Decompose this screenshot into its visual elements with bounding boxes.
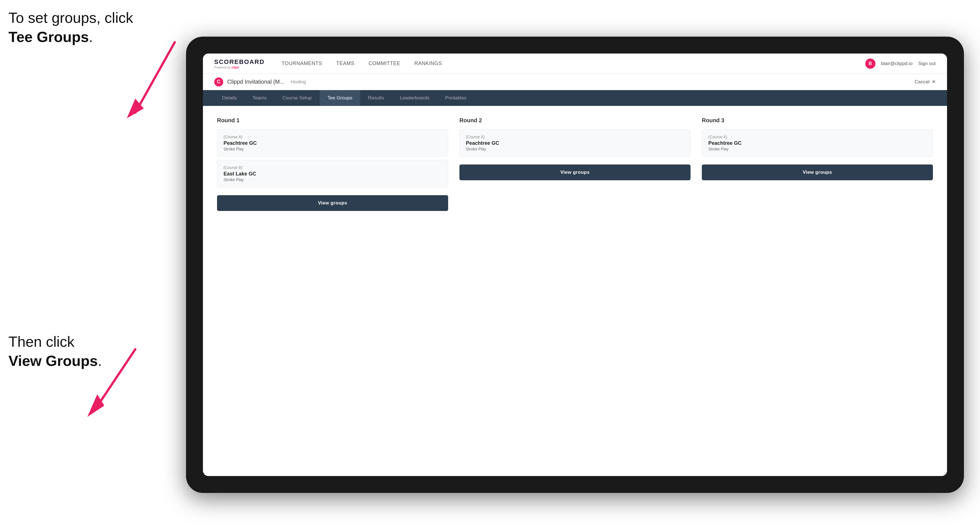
tab-details-label: Details bbox=[222, 95, 237, 101]
round-1-course-b-card: (Course B) East Lake GC Stroke Play bbox=[217, 160, 448, 187]
instruction-top-line1: To set groups, click bbox=[8, 10, 133, 26]
nav-committee[interactable]: COMMITTEE bbox=[369, 60, 401, 67]
round-1-title: Round 1 bbox=[217, 117, 448, 124]
round-3-column: Round 3 (Course A) Peachtree GC Stroke P… bbox=[702, 117, 933, 211]
instruction-top-suffix: . bbox=[89, 29, 93, 45]
tournament-title: C Clippd Invitational (M... Hosting bbox=[214, 78, 915, 86]
tournament-name: Clippd Invitational (M... bbox=[227, 79, 285, 85]
tab-tee-groups[interactable]: Tee Groups bbox=[320, 90, 360, 106]
user-avatar: B bbox=[865, 59, 875, 69]
cancel-button[interactable]: Cancel ✕ bbox=[915, 79, 936, 85]
tournament-icon: C bbox=[214, 78, 223, 86]
logo-text: SCOREBOARD bbox=[214, 58, 265, 66]
tab-course-setup[interactable]: Course Setup bbox=[275, 90, 320, 106]
tab-printables[interactable]: Printables bbox=[438, 90, 475, 106]
round-1-view-groups-button[interactable]: View groups bbox=[217, 195, 448, 211]
tablet-device: SCOREBOARD Powered by clipd TOURNAMENTS … bbox=[186, 37, 964, 493]
tab-leaderboards[interactable]: Leaderboards bbox=[392, 90, 438, 106]
logo-area: SCOREBOARD Powered by clipd bbox=[214, 58, 265, 69]
arrow-bottom bbox=[68, 341, 158, 425]
round-2-title: Round 2 bbox=[460, 117, 690, 124]
tablet-screen: SCOREBOARD Powered by clipd TOURNAMENTS … bbox=[203, 54, 947, 476]
instruction-bottom-line1: Then click bbox=[8, 333, 75, 350]
round-2-column: Round 2 (Course A) Peachtree GC Stroke P… bbox=[460, 117, 690, 211]
round-1-course-a-name: Peachtree GC bbox=[224, 140, 442, 146]
nav-rankings[interactable]: RANKINGS bbox=[414, 60, 442, 67]
round-3-course-a-label: (Course A) bbox=[708, 135, 926, 139]
tab-bar: Details Teams Course Setup Tee Groups Re… bbox=[203, 90, 947, 106]
round-1-course-b-label: (Course B) bbox=[224, 165, 442, 170]
tab-teams-label: Teams bbox=[253, 95, 267, 101]
round-1-course-b-name: East Lake GC bbox=[224, 171, 442, 177]
tab-teams[interactable]: Teams bbox=[245, 90, 275, 106]
tab-results[interactable]: Results bbox=[360, 90, 392, 106]
nav-right: B blair@clippd.io Sign out bbox=[865, 59, 936, 69]
round-3-view-groups-button[interactable]: View groups bbox=[702, 165, 933, 180]
nav-teams[interactable]: TEAMS bbox=[336, 60, 355, 67]
round-1-column: Round 1 (Course A) Peachtree GC Stroke P… bbox=[217, 117, 448, 211]
main-content: Round 1 (Course A) Peachtree GC Stroke P… bbox=[203, 106, 947, 476]
sign-out-link[interactable]: Sign out bbox=[918, 61, 936, 67]
tab-leaderboards-label: Leaderboards bbox=[400, 95, 430, 101]
tab-tee-groups-label: Tee Groups bbox=[328, 95, 352, 101]
tab-printables-label: Printables bbox=[445, 95, 467, 101]
round-3-title: Round 3 bbox=[702, 117, 933, 124]
round-1-course-b-format: Stroke Play bbox=[224, 178, 442, 182]
rounds-container: Round 1 (Course A) Peachtree GC Stroke P… bbox=[217, 117, 933, 211]
arrow-top bbox=[99, 34, 194, 124]
round-3-course-a-format: Stroke Play bbox=[708, 147, 926, 151]
round-2-view-groups-button[interactable]: View groups bbox=[460, 165, 690, 180]
round-2-course-a-label: (Course A) bbox=[466, 135, 684, 139]
logo-powered: Powered by clipd bbox=[214, 66, 265, 69]
logo-name: SCOREBOARD bbox=[214, 58, 265, 65]
nav-tournaments[interactable]: TOURNAMENTS bbox=[282, 60, 322, 67]
svg-line-2 bbox=[96, 349, 135, 408]
cancel-x-icon: ✕ bbox=[932, 79, 936, 85]
tab-course-setup-label: Course Setup bbox=[282, 95, 312, 101]
round-1-course-a-card: (Course A) Peachtree GC Stroke Play bbox=[217, 129, 448, 157]
round-3-course-a-card: (Course A) Peachtree GC Stroke Play bbox=[702, 129, 933, 157]
round-2-course-a-card: (Course A) Peachtree GC Stroke Play bbox=[460, 129, 690, 157]
round-2-course-a-name: Peachtree GC bbox=[466, 140, 684, 146]
round-1-course-a-format: Stroke Play bbox=[224, 147, 442, 151]
hosting-badge: Hosting bbox=[291, 79, 306, 84]
sub-header: C Clippd Invitational (M... Hosting Canc… bbox=[203, 74, 947, 90]
instruction-top-bold: Tee Groups bbox=[8, 29, 89, 45]
user-email: blair@clippd.io bbox=[881, 61, 913, 67]
nav-items: TOURNAMENTS TEAMS COMMITTEE RANKINGS bbox=[282, 60, 865, 67]
svg-line-0 bbox=[135, 42, 175, 113]
logo-clipd: clipd bbox=[231, 66, 239, 69]
cancel-label: Cancel bbox=[915, 79, 929, 85]
round-3-course-a-name: Peachtree GC bbox=[708, 140, 926, 146]
round-2-course-a-format: Stroke Play bbox=[466, 147, 684, 151]
tab-results-label: Results bbox=[368, 95, 384, 101]
top-nav: SCOREBOARD Powered by clipd TOURNAMENTS … bbox=[203, 54, 947, 74]
round-1-course-a-label: (Course A) bbox=[224, 135, 442, 139]
tab-details[interactable]: Details bbox=[214, 90, 245, 106]
